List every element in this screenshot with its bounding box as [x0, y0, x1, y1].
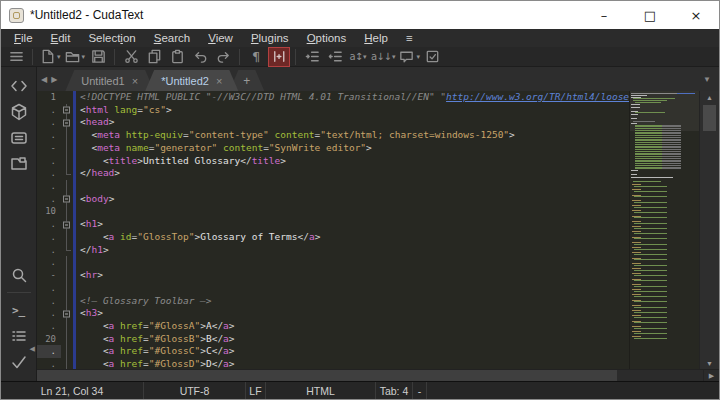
tabs-scroll-left-icon[interactable]: ◀: [41, 75, 47, 84]
comment-button[interactable]: ▾: [397, 47, 421, 67]
new-file-dropdown-arrow[interactable]: ▾: [57, 53, 61, 61]
code-line[interactable]: . <a href="#GlossA">A</a>: [37, 320, 699, 333]
code-line[interactable]: .</h1>: [37, 244, 699, 257]
code-line[interactable]: .<h1>: [37, 218, 699, 231]
code-line[interactable]: .<!— Glossary Toolbar —>: [37, 295, 699, 308]
code-line[interactable]: . <a href="#GlossD">D</a>: [37, 358, 699, 369]
change-case-button[interactable]: a↕ ▾: [347, 47, 369, 67]
fold-gutter[interactable]: [61, 218, 73, 231]
status-encoding[interactable]: UTF-8: [144, 382, 246, 399]
fold-collapse-icon[interactable]: [63, 196, 70, 203]
status-tab-size[interactable]: Tab: 4: [376, 382, 413, 399]
menu-help[interactable]: Help: [355, 32, 397, 44]
menu-selection[interactable]: Selection: [79, 32, 144, 44]
fold-gutter[interactable]: [61, 104, 73, 117]
code-line[interactable]: .<html lang="cs">: [37, 104, 699, 117]
editor-text[interactable]: 1<!DOCTYPE HTML PUBLIC "-//W3C//DTD HTML…: [37, 91, 699, 369]
paste-button[interactable]: [166, 47, 188, 67]
horizontal-scrollbar[interactable]: ▶: [37, 369, 719, 381]
menu-view[interactable]: View: [199, 32, 242, 44]
menu-plugins[interactable]: Plugins: [242, 32, 298, 44]
code-editor[interactable]: 1<!DOCTYPE HTML PUBLIC "-//W3C//DTD HTML…: [37, 91, 719, 369]
change-case-dropdown-arrow[interactable]: ▾: [363, 53, 367, 61]
vertical-scroll-thumb[interactable]: [703, 105, 716, 131]
fold-gutter[interactable]: [61, 116, 73, 129]
fold-gutter[interactable]: [61, 307, 73, 320]
open-file-button[interactable]: ▾: [63, 47, 87, 67]
save-file-button[interactable]: [87, 47, 109, 67]
minimize-button[interactable]: –: [581, 1, 627, 29]
code-line[interactable]: .<body>: [37, 193, 699, 206]
fold-collapse-icon[interactable]: [63, 119, 70, 126]
code-line[interactable]: . <meta http-equiv="content-type" conten…: [37, 129, 699, 142]
sidebar-console-button[interactable]: >_: [5, 297, 33, 323]
main-menu-button[interactable]: [5, 47, 27, 67]
copy-button[interactable]: [143, 47, 165, 67]
menu-search[interactable]: Search: [145, 32, 199, 44]
cut-button[interactable]: [120, 47, 142, 67]
tab-untitled1[interactable]: Untitled1×: [65, 70, 154, 91]
code-line[interactable]: . <title>Untitled Glossary</title>: [37, 155, 699, 168]
tab-list-dropdown-icon[interactable]: ▼: [703, 75, 711, 84]
fold-collapse-icon[interactable]: [63, 221, 70, 228]
code-line[interactable]: .<head>: [37, 116, 699, 129]
redo-button[interactable]: [212, 47, 234, 67]
code-line[interactable]: . <a href="#GlossC">C</a>: [37, 345, 699, 358]
sidebar-search-button[interactable]: [5, 262, 33, 288]
menu-edit[interactable]: Edit: [42, 32, 80, 44]
sidebar-code-tree-button[interactable]: [5, 73, 33, 99]
menu-hamburger[interactable]: ≡: [397, 32, 422, 44]
scroll-down-arrow-icon[interactable]: ▼: [700, 357, 719, 369]
fold-gutter[interactable]: [61, 193, 73, 206]
code-line[interactable]: .: [37, 282, 699, 295]
maximize-button[interactable]: □: [627, 1, 673, 29]
sort-dropdown-arrow[interactable]: ▾: [392, 53, 396, 61]
scroll-right-arrow-icon[interactable]: ▶: [703, 370, 719, 381]
show-unprinted-button[interactable]: ¶: [245, 47, 267, 67]
comment-dropdown-arrow[interactable]: ▾: [416, 53, 420, 61]
unindent-button[interactable]: [324, 47, 346, 67]
sidebar-output-button[interactable]: [5, 323, 33, 349]
vertical-scrollbar[interactable]: ▲ ▼: [699, 91, 719, 369]
fold-collapse-icon[interactable]: [63, 107, 70, 114]
menu-file[interactable]: File: [5, 32, 42, 44]
sidebar: >_ ◀: [1, 67, 37, 381]
tab-close-icon[interactable]: ×: [132, 75, 138, 87]
code-line[interactable]: .<h3>: [37, 307, 699, 320]
tab-untitled2[interactable]: *Untitled2×: [145, 70, 238, 91]
toggle-check-button[interactable]: [422, 47, 444, 67]
sidebar-folder-button[interactable]: [5, 151, 33, 177]
status-caret-position[interactable]: Ln 21, Col 34: [1, 382, 144, 399]
sidebar-project-button[interactable]: [5, 99, 33, 125]
new-file-button[interactable]: ▾: [38, 47, 62, 67]
tab-close-icon[interactable]: ×: [216, 75, 222, 87]
close-button[interactable]: ×: [673, 1, 719, 29]
word-wrap-button[interactable]: [268, 47, 290, 67]
code-line[interactable]: -<hr>: [37, 269, 699, 282]
minimap-line: [634, 312, 667, 313]
code-line[interactable]: - <meta name="generator" content="SynWri…: [37, 142, 699, 155]
scroll-up-arrow-icon[interactable]: ▲: [700, 91, 719, 103]
tabs-scroll-right-icon[interactable]: ▶: [51, 75, 57, 84]
sort-button[interactable]: a↓↓ ▾: [370, 47, 396, 67]
code-line[interactable]: .</head>: [37, 167, 699, 180]
indent-button[interactable]: [301, 47, 323, 67]
fold-collapse-icon[interactable]: [63, 310, 70, 317]
menu-options[interactable]: Options: [298, 32, 356, 44]
code-line[interactable]: .: [37, 256, 699, 269]
minimap[interactable]: [629, 91, 699, 369]
code-line[interactable]: 10: [37, 205, 699, 218]
open-file-dropdown-arrow[interactable]: ▾: [82, 53, 86, 61]
code-line[interactable]: 1<!DOCTYPE HTML PUBLIC "-//W3C//DTD HTML…: [37, 91, 699, 104]
status-line-ends[interactable]: LF: [246, 382, 266, 399]
horizontal-scroll-thumb[interactable]: [37, 370, 617, 381]
code-line[interactable]: 20 <a href="#GlossB">B</a>: [37, 333, 699, 346]
status-wrap-mode[interactable]: -: [413, 382, 427, 399]
undo-button[interactable]: [189, 47, 211, 67]
sidebar-collapse-arrow-icon[interactable]: ◀: [30, 345, 35, 353]
code-line[interactable]: . <a id="GlossTop">Glossary of Terms</a>: [37, 231, 699, 244]
sidebar-validate-button[interactable]: [5, 349, 33, 375]
status-lexer[interactable]: HTML: [266, 382, 376, 399]
code-line[interactable]: .: [37, 180, 699, 193]
sidebar-tabs-button[interactable]: [5, 125, 33, 151]
